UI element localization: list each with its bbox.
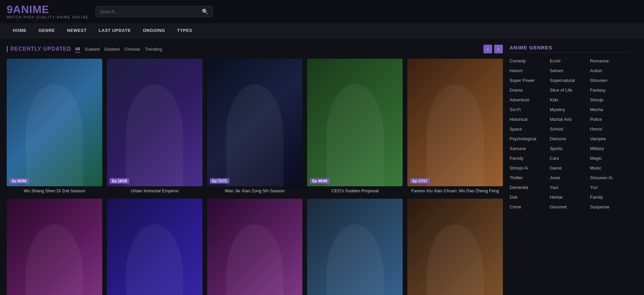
anime-card-2[interactable]: Ep 71/71 Wan Jie Xian Zong 5th Season	[207, 59, 303, 194]
anime-img-1	[107, 59, 202, 186]
genre-yuri[interactable]: Yuri	[590, 184, 630, 191]
anime-card-9[interactable]: Ep 15/24 Anime Title 10	[407, 199, 503, 295]
anime-card-4[interactable]: Ep 17/17 Fanren Xiu Xian Chuan: Mo Dao Z…	[407, 59, 503, 194]
anime-card-1[interactable]: Ep 18/18 Urban Immortal Emperor	[107, 59, 202, 194]
anime-img-0	[7, 59, 102, 186]
anime-card-0[interactable]: Ep 82/82 Wu Shang Shen Di 2nd Season	[7, 59, 102, 194]
anime-thumb-9: Ep 15/24	[407, 199, 503, 295]
genre-historical[interactable]: Historical	[510, 116, 550, 123]
next-arrow[interactable]: ›	[494, 45, 503, 53]
genre-hentai[interactable]: Hentai	[550, 194, 590, 201]
prev-arrow[interactable]: ‹	[483, 45, 492, 53]
filter-tabs: All Subbed Dubbed Chinese Trending	[75, 46, 162, 53]
filter-trending[interactable]: Trending	[145, 46, 162, 52]
genre-yaoi[interactable]: Yaoi	[550, 184, 590, 191]
nav-types[interactable]: TYPES	[171, 23, 198, 38]
anime-thumb-3: Ep 49/49	[307, 59, 403, 186]
genre-adventure[interactable]: Adventure	[510, 96, 550, 103]
anime-img-9	[407, 199, 503, 295]
genre-demons[interactable]: Demons	[550, 135, 590, 142]
search-button[interactable]: 🔍	[202, 8, 209, 15]
genre-drama[interactable]: Drama	[510, 87, 550, 94]
genre-military[interactable]: Military	[590, 145, 630, 152]
ep-badge-4: Ep 17/17	[410, 178, 430, 184]
nav-newest[interactable]: NEWEST	[61, 23, 93, 38]
genre-police[interactable]: Police	[590, 116, 630, 123]
genre-comedy[interactable]: Comedy	[510, 57, 550, 64]
genre-martialarts[interactable]: Martial Arts	[550, 116, 590, 123]
genre-music[interactable]: Music	[590, 164, 630, 171]
anime-img-7	[207, 199, 303, 295]
sidebar-genres-title: ANIME GENRES	[510, 45, 630, 53]
genre-vampire[interactable]: Vampire	[590, 135, 630, 142]
genre-gourmet[interactable]: Gourmet	[550, 203, 590, 210]
genre-mecha[interactable]: Mecha	[590, 106, 630, 113]
genre-sliceoflife[interactable]: Slice of Life	[550, 87, 590, 94]
genre-thriller[interactable]: Thriller	[510, 174, 550, 181]
genre-shounen[interactable]: Shounen	[590, 77, 630, 84]
genre-romance[interactable]: Romance	[590, 57, 630, 64]
genre-crime[interactable]: Crime	[510, 203, 550, 210]
anime-card-3[interactable]: Ep 49/49 CEO's Sudden Proposal	[307, 59, 403, 194]
ep-badge-3: Ep 49/49	[310, 178, 330, 184]
nav-home[interactable]: HOME	[7, 23, 33, 38]
anime-card-6[interactable]: Ep 24/24 Anime Title 7	[107, 199, 202, 295]
genre-shoujoai[interactable]: Shoujo Ai	[510, 164, 550, 171]
filter-chinese[interactable]: Chinese	[124, 46, 140, 52]
genre-magic[interactable]: Magic	[590, 155, 630, 162]
genre-scifi[interactable]: Sci-Fi	[510, 106, 550, 113]
nav-ongoing[interactable]: ONGOING	[137, 23, 171, 38]
genre-superpower[interactable]: Super Power	[510, 77, 550, 84]
genre-dub[interactable]: Dub	[510, 194, 550, 201]
filter-dubbed[interactable]: Dubbed	[104, 46, 120, 52]
genre-parody[interactable]: Parody	[510, 155, 550, 162]
anime-thumb-0: Ep 82/82	[7, 59, 102, 186]
anime-thumb-8: Ep 08/12	[307, 199, 403, 295]
genre-action[interactable]: Action	[590, 67, 630, 74]
genre-fantasy[interactable]: Fantasy	[590, 87, 630, 94]
genre-seinen[interactable]: Seinen	[550, 67, 590, 74]
genre-cars[interactable]: Cars	[550, 155, 590, 162]
anime-card-5[interactable]: Ep 12/12 Anime Title 6	[7, 199, 102, 295]
genre-samurai[interactable]: Samurai	[510, 145, 550, 152]
logo-name: ANIME	[13, 3, 49, 15]
anime-card-8[interactable]: Ep 08/12 Anime Title 9	[307, 199, 403, 295]
genre-family[interactable]: Family	[590, 194, 630, 201]
genre-horror[interactable]: Horror	[590, 126, 630, 133]
anime-img-4	[407, 59, 503, 186]
genre-shounenai[interactable]: Shounen Ai	[590, 174, 630, 181]
anime-title-2: Wan Jie Xian Zong 5th Season	[207, 188, 303, 194]
main-nav: HOME GENRE NEWEST LAST UPDATE ONGOING TY…	[0, 23, 644, 38]
genre-josei[interactable]: Josei	[550, 174, 590, 181]
section-title: RECENTLY UPDATED	[7, 46, 71, 52]
genre-supernatural[interactable]: Supernatural	[550, 77, 590, 84]
genre-game[interactable]: Game	[550, 164, 590, 171]
filter-subbed[interactable]: Subbed	[85, 46, 100, 52]
genre-school[interactable]: School	[550, 126, 590, 133]
genre-harem[interactable]: Harem	[510, 67, 550, 74]
anime-thumb-2: Ep 71/71	[207, 59, 303, 186]
anime-thumb-6: Ep 24/24	[107, 199, 202, 295]
genre-ecchi[interactable]: Ecchi	[550, 57, 590, 64]
genre-sports[interactable]: Sports	[550, 145, 590, 152]
genre-suspense[interactable]: Suspense	[590, 203, 630, 210]
header: 9ANIME WATCH HIGH QUALITY ANIME ONLINE 🔍	[0, 0, 644, 23]
genre-kids[interactable]: Kids	[550, 96, 590, 103]
genre-grid: Comedy Ecchi Romance Harem Seinen Action…	[510, 57, 630, 210]
genre-dementia[interactable]: Dementia	[510, 184, 550, 191]
genre-shoujo[interactable]: Shoujo	[590, 96, 630, 103]
anime-thumb-7: Ep 36/36	[207, 199, 303, 295]
genre-space[interactable]: Space	[510, 126, 550, 133]
logo-number: 9	[7, 3, 13, 15]
nav-lastupdate[interactable]: LAST UPDATE	[93, 23, 137, 38]
search-input[interactable]	[100, 9, 202, 14]
nav-genre[interactable]: GENRE	[33, 23, 61, 38]
anime-card-7[interactable]: Ep 36/36 Anime Title 8	[207, 199, 303, 295]
genre-mystery[interactable]: Mystery	[550, 106, 590, 113]
anime-title-1: Urban Immortal Emperor	[107, 188, 202, 194]
filter-all[interactable]: All	[75, 46, 80, 53]
anime-thumb-1: Ep 18/18	[107, 59, 202, 186]
nav-arrows: ‹ ›	[483, 45, 503, 53]
ep-badge-0: Ep 82/82	[9, 178, 29, 184]
genre-psychological[interactable]: Psychological	[510, 135, 550, 142]
